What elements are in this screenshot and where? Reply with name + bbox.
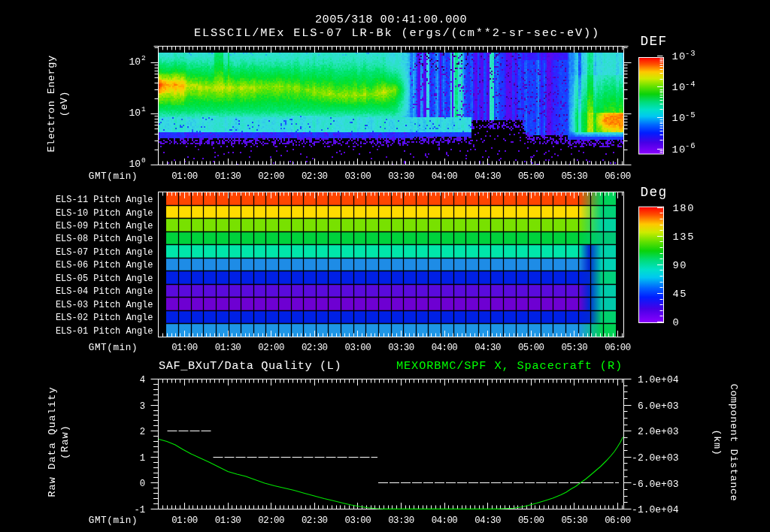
svg-text:06:00: 06:00 bbox=[605, 515, 631, 526]
svg-text:Raw Data Quality: Raw Data Quality bbox=[47, 386, 58, 497]
svg-text:ELS-08 Pitch Angle: ELS-08 Pitch Angle bbox=[56, 234, 153, 244]
svg-text:90: 90 bbox=[673, 260, 688, 271]
svg-text:ELS-05 Pitch Angle: ELS-05 Pitch Angle bbox=[56, 274, 153, 284]
svg-text:4: 4 bbox=[140, 375, 145, 385]
svg-text:10: 10 bbox=[672, 51, 687, 62]
svg-text:0: 0 bbox=[141, 156, 146, 165]
svg-text:05:30: 05:30 bbox=[562, 515, 588, 526]
svg-text:135: 135 bbox=[673, 231, 695, 243]
svg-text:02:00: 02:00 bbox=[258, 515, 284, 526]
svg-text:2: 2 bbox=[141, 54, 146, 62]
svg-text:04:00: 04:00 bbox=[432, 171, 458, 182]
svg-text:-3: -3 bbox=[685, 49, 696, 58]
svg-text:02:30: 02:30 bbox=[302, 515, 328, 526]
svg-text:05:00: 05:00 bbox=[518, 171, 544, 182]
svg-text:01:00: 01:00 bbox=[171, 515, 198, 526]
svg-text:Component Distance: Component Distance bbox=[728, 384, 739, 502]
svg-text:1: 1 bbox=[141, 105, 146, 113]
svg-text:10: 10 bbox=[129, 159, 141, 170]
svg-text:04:30: 04:30 bbox=[474, 171, 501, 182]
svg-text:ELS-07 Pitch Angle: ELS-07 Pitch Angle bbox=[56, 247, 153, 258]
svg-text:10: 10 bbox=[672, 113, 687, 124]
svg-text:Deg: Deg bbox=[641, 185, 668, 200]
svg-text:SAF_BXuT/Data Quality (L): SAF_BXuT/Data Quality (L) bbox=[159, 359, 341, 373]
svg-text:1.0e+04: 1.0e+04 bbox=[638, 374, 679, 385]
svg-text:-4: -4 bbox=[685, 80, 696, 89]
svg-text:-1.0e+04: -1.0e+04 bbox=[632, 504, 679, 515]
svg-text:10: 10 bbox=[672, 144, 687, 156]
svg-text:1: 1 bbox=[140, 453, 145, 464]
svg-text:03:00: 03:00 bbox=[345, 515, 371, 526]
svg-text:01:00: 01:00 bbox=[171, 171, 198, 182]
svg-text:ELS-10 Pitch Angle: ELS-10 Pitch Angle bbox=[56, 208, 153, 219]
svg-text:02:30: 02:30 bbox=[302, 343, 328, 353]
svg-text:180: 180 bbox=[673, 203, 695, 214]
svg-text:01:00: 01:00 bbox=[171, 343, 198, 353]
svg-text:-1: -1 bbox=[134, 505, 145, 515]
svg-text:ELS-11 Pitch Angle: ELS-11 Pitch Angle bbox=[56, 195, 153, 205]
svg-text:2005/318 00:41:00.000: 2005/318 00:41:00.000 bbox=[315, 13, 467, 26]
svg-text:10: 10 bbox=[672, 82, 687, 93]
svg-text:2.0e+03: 2.0e+03 bbox=[638, 426, 679, 437]
svg-text:03:00: 03:00 bbox=[345, 171, 371, 182]
svg-text:ELS-04 Pitch Angle: ELS-04 Pitch Angle bbox=[56, 286, 153, 297]
svg-text:ELS-09 Pitch Angle: ELS-09 Pitch Angle bbox=[56, 221, 153, 231]
svg-text:MEXORBMC/SPF X, Spacecraft (R): MEXORBMC/SPF X, Spacecraft (R) bbox=[396, 359, 623, 373]
svg-text:04:00: 04:00 bbox=[432, 343, 458, 353]
svg-text:GMT(min): GMT(min) bbox=[89, 343, 138, 353]
svg-text:(eV): (eV) bbox=[59, 91, 70, 116]
svg-text:05:30: 05:30 bbox=[562, 171, 588, 182]
svg-text:0: 0 bbox=[673, 317, 681, 328]
svg-text:-5: -5 bbox=[685, 110, 696, 119]
svg-text:04:00: 04:00 bbox=[432, 515, 458, 526]
svg-text:3: 3 bbox=[140, 401, 145, 412]
svg-text:05:00: 05:00 bbox=[518, 343, 544, 353]
svg-text:2: 2 bbox=[140, 427, 145, 437]
svg-text:03:00: 03:00 bbox=[345, 343, 371, 353]
svg-text:02:00: 02:00 bbox=[258, 171, 284, 182]
svg-text:(Raw): (Raw) bbox=[59, 425, 71, 459]
svg-text:-2.0e+03: -2.0e+03 bbox=[632, 452, 678, 464]
svg-text:01:30: 01:30 bbox=[215, 515, 241, 526]
svg-text:06:00: 06:00 bbox=[605, 343, 631, 353]
svg-text:01:30: 01:30 bbox=[215, 343, 241, 353]
svg-text:02:30: 02:30 bbox=[302, 171, 328, 182]
svg-text:45: 45 bbox=[673, 289, 688, 300]
svg-text:Electron Energy: Electron Energy bbox=[46, 55, 57, 152]
svg-text:03:30: 03:30 bbox=[388, 515, 414, 526]
svg-text:6.0e+03: 6.0e+03 bbox=[638, 401, 679, 412]
svg-text:05:30: 05:30 bbox=[562, 343, 588, 353]
svg-text:ELS-02 Pitch Angle: ELS-02 Pitch Angle bbox=[56, 313, 153, 323]
svg-text:10: 10 bbox=[129, 56, 141, 68]
svg-text:-6.0e+03: -6.0e+03 bbox=[632, 479, 678, 490]
svg-text:GMT(min): GMT(min) bbox=[89, 515, 138, 526]
svg-text:02:00: 02:00 bbox=[258, 343, 284, 353]
svg-text:ELSSCIL/MEx ELS-07 LR-Bk (erg: ELSSCIL/MEx ELS-07 LR-Bk (ergs/(cm**2-sr… bbox=[194, 26, 600, 40]
svg-text:04:30: 04:30 bbox=[474, 515, 501, 526]
svg-text:-6: -6 bbox=[685, 141, 696, 150]
svg-text:03:30: 03:30 bbox=[388, 171, 414, 182]
svg-text:(km): (km) bbox=[711, 430, 723, 456]
svg-text:06:00: 06:00 bbox=[605, 171, 631, 182]
svg-text:10: 10 bbox=[129, 107, 141, 119]
svg-text:04:30: 04:30 bbox=[474, 343, 501, 353]
svg-text:ELS-01 Pitch Angle: ELS-01 Pitch Angle bbox=[56, 326, 153, 337]
svg-text:DEF: DEF bbox=[641, 34, 668, 49]
svg-text:0: 0 bbox=[140, 479, 145, 489]
svg-text:GMT(min): GMT(min) bbox=[89, 171, 138, 182]
svg-text:03:30: 03:30 bbox=[388, 343, 414, 353]
svg-text:ELS-06 Pitch Angle: ELS-06 Pitch Angle bbox=[56, 260, 153, 271]
svg-text:01:30: 01:30 bbox=[215, 171, 241, 182]
svg-text:05:00: 05:00 bbox=[518, 515, 544, 526]
svg-text:ELS-03 Pitch Angle: ELS-03 Pitch Angle bbox=[56, 300, 153, 310]
